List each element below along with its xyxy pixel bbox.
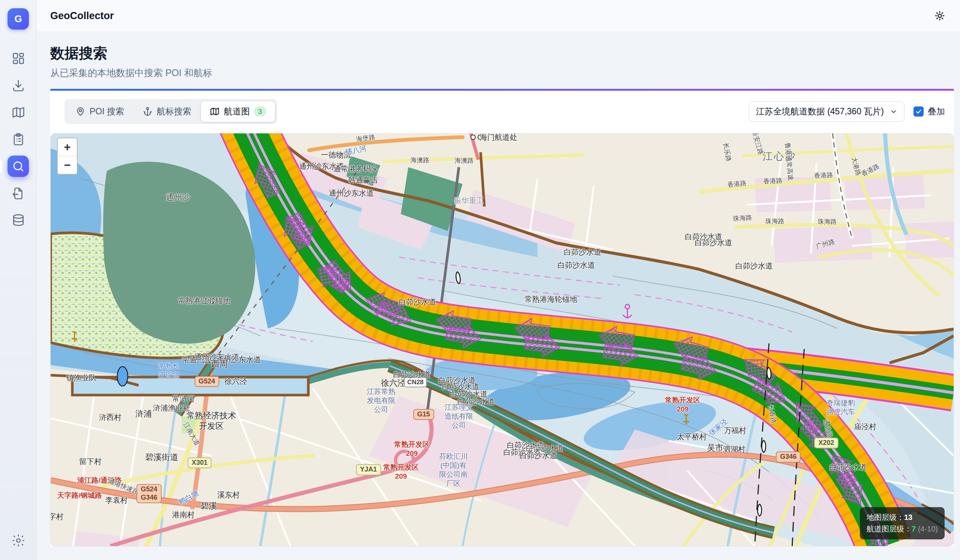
- zoom-out-button[interactable]: −: [58, 156, 77, 174]
- overlay-label: 叠加: [928, 106, 945, 117]
- map-level-status: 地图层级：13 航道图层级：7 (4-10): [860, 507, 945, 539]
- sidebar: G: [0, 0, 37, 560]
- map-icon: [210, 107, 220, 116]
- clipboard-icon: [11, 132, 26, 147]
- tab-count-badge: 3: [254, 107, 266, 116]
- anchor-icon: [142, 107, 153, 116]
- page-title: 数据搜索: [50, 44, 954, 63]
- map-pin-icon: [75, 107, 85, 116]
- gear-icon: [11, 533, 26, 548]
- chevron-down-icon: [890, 108, 898, 115]
- app-root: G: [0, 0, 960, 560]
- map-canvas[interactable]: 海门航道处海堡路一德物流通州沙东水道通常港务码头韩通赢吉通州沙东水道纬八河海澳路…: [50, 133, 954, 547]
- tab-poi-search[interactable]: POI 搜索: [67, 101, 133, 122]
- sidebar-item-download[interactable]: [8, 75, 29, 96]
- theme-toggle-button[interactable]: [931, 8, 948, 24]
- page-content: 数据搜索 从已采集的本地数据中搜索 POI 和航标 POI 搜索 航标搜索: [37, 32, 960, 547]
- check-icon: [915, 108, 922, 115]
- active-indicator: [0, 160, 2, 173]
- dashboard-icon: [11, 51, 26, 65]
- main-area: GeoCollector 数据搜索 从已采集的本地数据中搜索 POI 和航标 P…: [37, 0, 960, 560]
- search-icon: [11, 159, 26, 174]
- overlay-checkbox[interactable]: [914, 107, 924, 116]
- tab-beacon-search[interactable]: 航标搜索: [134, 101, 200, 122]
- app-title: GeoCollector: [50, 10, 114, 22]
- toolbar: POI 搜索 航标搜索 航道图 3: [50, 91, 954, 124]
- download-icon: [11, 78, 26, 93]
- database-icon: [11, 213, 26, 228]
- tab-label: POI 搜索: [90, 106, 124, 117]
- page-subtitle: 从已采集的本地数据中搜索 POI 和航标: [50, 67, 954, 79]
- tab-bar: POI 搜索 航标搜索 航道图 3: [64, 99, 277, 124]
- sidebar-nav: [8, 48, 29, 231]
- sidebar-item-database[interactable]: [8, 209, 29, 231]
- tab-label: 航标搜索: [157, 106, 191, 117]
- sidebar-item-dashboard[interactable]: [8, 48, 29, 69]
- map-graphic: [51, 134, 954, 546]
- sidebar-item-tasks[interactable]: [8, 129, 29, 150]
- zoom-in-button[interactable]: +: [58, 138, 77, 156]
- dataset-select-value: 江苏全境航道数据 (457,360 瓦片): [756, 106, 884, 117]
- tab-channel-map[interactable]: 航道图 3: [201, 101, 275, 122]
- file-export-icon: [11, 186, 26, 201]
- sidebar-item-map[interactable]: [8, 102, 29, 123]
- dataset-select[interactable]: 江苏全境航道数据 (457,360 瓦片): [749, 101, 904, 122]
- toolbar-controls: 江苏全境航道数据 (457,360 瓦片) 叠加: [749, 101, 945, 122]
- sidebar-item-settings[interactable]: [8, 530, 29, 551]
- map-icon: [11, 105, 26, 120]
- tab-label: 航道图: [224, 106, 250, 117]
- app-header: GeoCollector: [37, 0, 960, 32]
- overlay-toggle[interactable]: 叠加: [914, 106, 945, 117]
- app-logo: G: [8, 8, 29, 30]
- channel-level-row: 航道图层级：7 (4-10): [867, 523, 938, 535]
- sidebar-item-export[interactable]: [8, 183, 29, 204]
- search-panel: POI 搜索 航标搜索 航道图 3: [50, 89, 954, 547]
- map-zoom-control: + −: [57, 137, 78, 175]
- sidebar-item-search[interactable]: [8, 156, 29, 177]
- map-level-row: 地图层级：13: [867, 512, 938, 523]
- sun-icon: [934, 10, 946, 21]
